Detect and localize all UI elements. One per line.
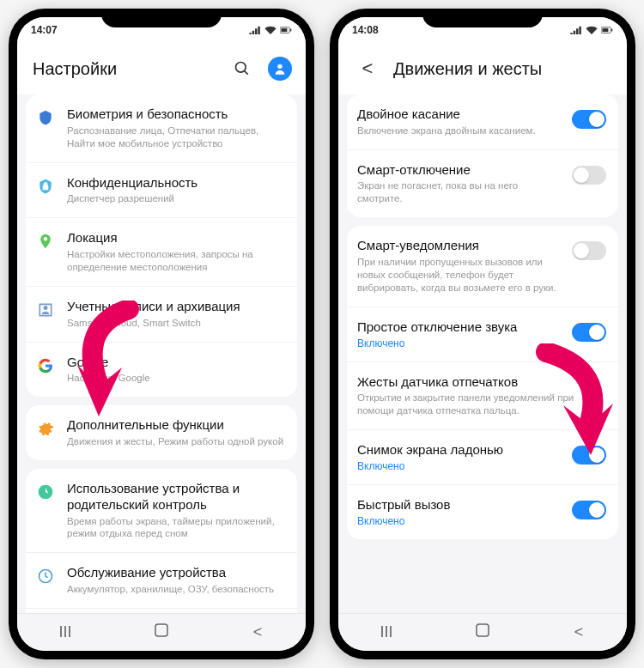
phone-right: 14:08 < Движения и жесты Двойное касание… xyxy=(330,9,635,659)
item-subtitle: Аккумулятор, хранилище, ОЗУ, безопасност… xyxy=(67,583,285,596)
profile-avatar[interactable] xyxy=(268,57,292,81)
settings-group: Биометрия и безопасностьРаспознавание ли… xyxy=(26,94,297,397)
wifi-icon xyxy=(586,26,598,34)
settings-item[interactable]: КонфиденциальностьДиспетчер разрешений xyxy=(26,163,297,219)
item-text: ЛокацияНастройки местоположения, запросы… xyxy=(67,230,285,274)
item-text: Снимок экрана ладоньюВключено xyxy=(357,442,560,472)
settings-list[interactable]: Биометрия и безопасностьРаспознавание ли… xyxy=(17,94,306,613)
gesture-item[interactable]: Двойное касаниеВключение экрана двойным … xyxy=(347,94,618,150)
page-title: Движения и жесты xyxy=(393,59,613,79)
nav-recents[interactable]: III xyxy=(52,623,78,641)
settings-group: Использование устройства и родительский … xyxy=(26,469,297,613)
wifi-icon xyxy=(264,26,276,34)
status-icons xyxy=(249,26,292,34)
item-text: Биометрия и безопасностьРаспознавание ли… xyxy=(67,106,285,150)
item-state: Включено xyxy=(357,515,560,527)
toggle-switch[interactable] xyxy=(572,446,606,465)
nav-back[interactable]: < xyxy=(566,623,592,641)
item-subtitle: Samsung Cloud, Smart Switch xyxy=(67,317,285,330)
battery-icon xyxy=(280,26,292,34)
svg-rect-2 xyxy=(290,29,291,32)
item-title: Смарт-уведомления xyxy=(357,238,560,254)
status-icons xyxy=(570,26,613,34)
item-title: Локация xyxy=(67,230,285,246)
toggle-switch[interactable] xyxy=(572,501,606,519)
toggle-switch[interactable] xyxy=(572,110,606,129)
settings-item[interactable]: Приложения xyxy=(26,609,297,613)
settings-item[interactable]: Использование устройства и родительский … xyxy=(26,469,297,553)
settings-item[interactable]: Учетные записи и архивацияSamsung Cloud,… xyxy=(26,287,297,343)
settings-item[interactable]: Биометрия и безопасностьРаспознавание ли… xyxy=(26,94,297,163)
gestures-list[interactable]: Двойное касаниеВключение экрана двойным … xyxy=(338,94,627,613)
nav-back[interactable]: < xyxy=(245,623,270,641)
svg-rect-19 xyxy=(602,28,608,32)
gesture-item[interactable]: Быстрый вызовВключено xyxy=(347,485,618,539)
nav-bar: III < xyxy=(338,613,627,651)
item-subtitle: Время работы экрана, таймеры приложений,… xyxy=(67,515,285,541)
back-button[interactable]: < xyxy=(354,55,381,82)
item-title: Снимок экрана ладонью xyxy=(357,442,560,458)
gesture-item[interactable]: Жесты датчика отпечатковОткрытие и закры… xyxy=(347,362,618,431)
header: Настройки xyxy=(17,43,306,94)
settings-item[interactable]: GoogleНастройки Google xyxy=(26,343,297,398)
notch xyxy=(101,9,222,27)
item-text: Жесты датчика отпечатковОткрытие и закры… xyxy=(357,374,606,418)
gesture-group: Смарт-уведомленияПри наличии пропущенных… xyxy=(347,226,618,538)
nav-bar: III < xyxy=(17,613,306,651)
item-subtitle: Распознавание лица, Отпечатки пальцев, Н… xyxy=(67,124,285,150)
gesture-item[interactable]: Простое отключение звукаВключено xyxy=(347,307,618,362)
item-title: Смарт-отключение xyxy=(357,162,560,179)
item-text: Быстрый вызовВключено xyxy=(357,497,560,527)
item-title: Жесты датчика отпечатков xyxy=(357,374,606,391)
toggle-switch[interactable] xyxy=(572,166,606,185)
item-title: Двойное касание xyxy=(357,106,560,123)
settings-item[interactable]: Дополнительные функцииДвижения и жесты, … xyxy=(26,405,297,460)
back-icon: < xyxy=(362,58,374,80)
item-subtitle: Движения и жесты, Режим работы одной рук… xyxy=(67,435,285,448)
gesture-item[interactable]: Смарт-отключениеЭкран не погаснет, пока … xyxy=(347,150,618,218)
nav-home[interactable] xyxy=(470,623,495,641)
item-text: КонфиденциальностьДиспетчер разрешений xyxy=(67,175,285,206)
item-title: Конфиденциальность xyxy=(67,175,285,191)
item-text: Использование устройства и родительский … xyxy=(67,481,285,540)
page-title: Настройки xyxy=(33,59,216,79)
search-button[interactable] xyxy=(228,55,256,82)
svg-rect-21 xyxy=(477,624,489,636)
gesture-item[interactable]: Смарт-уведомленияПри наличии пропущенных… xyxy=(347,226,618,307)
toggle-switch[interactable] xyxy=(572,241,606,260)
item-subtitle: Открытие и закрытие панели уведомлений п… xyxy=(357,392,606,417)
header: < Движения и жесты xyxy=(338,43,627,94)
svg-point-5 xyxy=(277,64,282,69)
item-text: GoogleНастройки Google xyxy=(67,355,285,386)
svg-rect-1 xyxy=(281,28,287,32)
status-time: 14:07 xyxy=(31,24,58,36)
settings-item[interactable]: ЛокацияНастройки местоположения, запросы… xyxy=(26,218,297,287)
status-time: 14:08 xyxy=(352,24,379,36)
item-subtitle: Настройки Google xyxy=(67,372,285,385)
phone-left: 14:07 Настройки Биометрия и безопасность… xyxy=(9,9,314,659)
settings-item[interactable]: Обслуживание устройстваАккумулятор, хран… xyxy=(26,553,297,609)
item-text: Обслуживание устройстваАккумулятор, хран… xyxy=(67,565,285,596)
item-text: Простое отключение звукаВключено xyxy=(357,319,560,349)
item-state: Включено xyxy=(357,460,560,472)
nav-home[interactable] xyxy=(149,623,174,641)
item-text: Дополнительные функцииДвижения и жесты, … xyxy=(67,417,285,448)
biometrics-icon xyxy=(36,108,55,127)
person-icon xyxy=(273,62,287,76)
item-title: Учетные записи и архивация xyxy=(67,299,285,315)
item-title: Биометрия и безопасность xyxy=(67,106,285,123)
privacy-icon xyxy=(36,177,55,196)
gesture-item[interactable]: Снимок экрана ладоньюВключено xyxy=(347,430,618,485)
item-subtitle: Экран не погаснет, пока вы на него смотр… xyxy=(357,179,560,205)
svg-line-4 xyxy=(245,71,248,75)
settings-group: Дополнительные функцииДвижения и жесты, … xyxy=(26,405,297,460)
item-title: Дополнительные функции xyxy=(67,417,285,434)
item-text: Учетные записи и архивацияSamsung Cloud,… xyxy=(67,299,285,330)
item-text: Двойное касаниеВключение экрана двойным … xyxy=(357,106,560,137)
toggle-switch[interactable] xyxy=(572,323,606,342)
care-icon xyxy=(36,567,55,586)
nav-recents[interactable]: III xyxy=(374,623,399,641)
item-title: Быстрый вызов xyxy=(357,497,560,513)
advanced-icon xyxy=(36,419,55,438)
item-title: Обслуживание устройства xyxy=(67,565,285,581)
